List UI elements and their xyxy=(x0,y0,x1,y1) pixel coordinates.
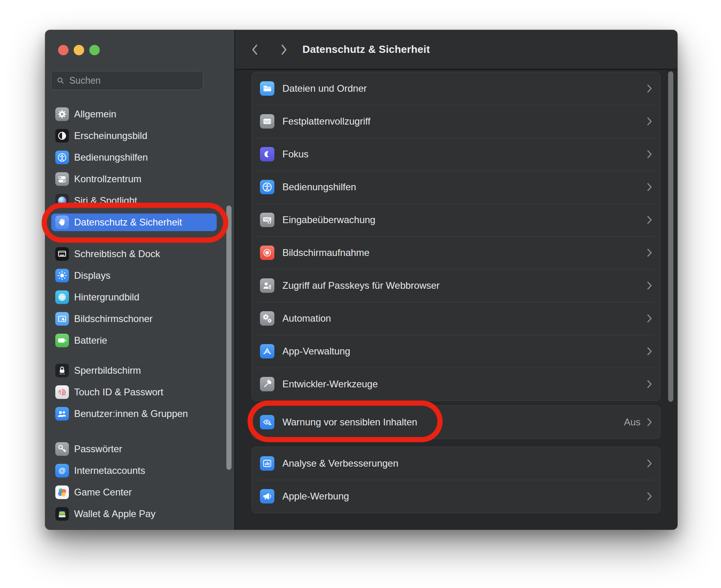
chevron-right-icon xyxy=(647,248,652,257)
sidebar-item-label: Siri & Spotlight xyxy=(74,195,137,206)
sidebar-item-label: Batterie xyxy=(74,335,107,346)
sidebar-item-label: Kontrollzentrum xyxy=(74,173,141,185)
chevron-right-icon xyxy=(647,117,652,126)
sidebar-item-internetaccounts[interactable]: @Internetaccounts xyxy=(51,462,217,479)
sidebar-item-label: Bedienungshilfen xyxy=(74,152,148,163)
row-label: Entwickler-Werkzeuge xyxy=(282,379,378,390)
sidebar-group-gap xyxy=(51,235,217,245)
analytics-icon xyxy=(260,456,274,471)
row-app-verwaltung[interactable]: App-Verwaltung xyxy=(252,335,660,368)
settings-content: Dateien und OrdnerFestplattenvollzugriff… xyxy=(235,30,677,530)
hand-icon xyxy=(55,215,69,229)
row-entwickler-werkzeuge[interactable]: Entwickler-Werkzeuge xyxy=(252,368,660,401)
sidebar-item-game-center[interactable]: Game Center xyxy=(51,483,217,501)
sidebar-item-wallet-apple-pay[interactable]: Wallet & Apple Pay xyxy=(51,505,217,523)
sidebar-scrollbar[interactable] xyxy=(226,205,232,470)
chevron-right-icon xyxy=(647,314,652,323)
screenshot-canvas: AllgemeinErscheinungsbildBedienungshilfe… xyxy=(0,0,721,588)
sidebar-list: AllgemeinErscheinungsbildBedienungshilfe… xyxy=(51,105,217,527)
sidebar-item-batterie[interactable]: Batterie xyxy=(51,332,217,349)
forward-button[interactable] xyxy=(279,42,289,57)
row-label: Fokus xyxy=(282,149,308,160)
chevron-right-icon xyxy=(280,43,288,56)
sidebar-item-bildschirmschoner[interactable]: Bildschirmschoner xyxy=(51,310,217,328)
sidebar-item-siri-spotlight[interactable]: Siri & Spotlight xyxy=(51,192,217,209)
key-icon xyxy=(55,442,69,456)
sidebar-item-label: Internetaccounts xyxy=(74,465,145,476)
sidebar-item-touch-id-passwort[interactable]: Touch ID & Passwort xyxy=(51,383,217,401)
minimize-button[interactable] xyxy=(74,45,84,55)
sidebar-group-gap xyxy=(51,427,217,440)
settings-group-card: Warnung vor sensiblen InhaltenAus xyxy=(252,405,661,439)
screensaver-icon xyxy=(55,312,69,326)
eye-alert-icon xyxy=(260,415,274,429)
search-input[interactable] xyxy=(68,75,198,87)
hammer-icon xyxy=(260,377,274,391)
row-analyse-verbesserungen[interactable]: Analyse & Verbesserungen xyxy=(252,447,660,480)
sidebar-item-label: Game Center xyxy=(74,487,132,498)
row-label: Festplattenvollzugriff xyxy=(282,116,371,127)
sidebar-item-displays[interactable]: Displays xyxy=(51,267,217,284)
row-zugriff-auf-passkeys-fuer-webbrowser[interactable]: Zugriff auf Passkeys für Webbrowser xyxy=(252,269,660,302)
person-key-icon xyxy=(260,278,274,293)
desktop-dock-icon xyxy=(55,247,69,261)
row-festplattenvollzugriff[interactable]: Festplattenvollzugriff xyxy=(252,105,660,138)
row-label: Dateien und Ordner xyxy=(282,83,367,94)
row-bedienungshilfen[interactable]: Bedienungshilfen xyxy=(252,171,660,203)
row-warnung-vor-sensiblen-inhalten[interactable]: Warnung vor sensiblen InhaltenAus xyxy=(252,406,660,439)
sidebar-item-label: Hintergrundbild xyxy=(74,292,139,303)
chevron-right-icon xyxy=(647,281,652,290)
toggles-icon xyxy=(55,172,69,186)
main-scrollbar[interactable] xyxy=(668,71,673,402)
row-label: Bildschirmaufnahme xyxy=(282,247,369,258)
zoom-button[interactable] xyxy=(89,45,100,55)
back-button[interactable] xyxy=(250,42,260,57)
sidebar-item-label: Sperrbildschirm xyxy=(74,365,141,376)
search-field[interactable] xyxy=(51,71,203,90)
gamecenter-icon xyxy=(55,485,69,499)
gear-icon xyxy=(55,107,69,121)
chevron-right-icon xyxy=(647,459,652,468)
sidebar-item-benutzer-innen-gruppen[interactable]: Benutzer:innen & Gruppen xyxy=(51,405,217,423)
sidebar-item-erscheinungsbild[interactable]: Erscheinungsbild xyxy=(51,127,217,145)
main-panel: Dateien und OrdnerFestplattenvollzugriff… xyxy=(235,30,677,530)
close-button[interactable] xyxy=(58,45,68,55)
sidebar-item-sperrbildschirm[interactable]: Sperrbildschirm xyxy=(51,362,217,379)
row-bildschirmaufnahme[interactable]: Bildschirmaufnahme xyxy=(252,236,660,269)
sidebar-item-schreibtisch-dock[interactable]: Schreibtisch & Dock xyxy=(51,245,217,263)
sidebar-item-hintergrundbild[interactable]: Hintergrundbild xyxy=(51,288,217,306)
appstore-icon xyxy=(260,344,274,358)
sidebar-item-bedienungshilfen[interactable]: Bedienungshilfen xyxy=(51,149,217,166)
row-fokus[interactable]: Fokus xyxy=(252,138,660,171)
wallet-icon xyxy=(55,507,69,521)
traffic-lights xyxy=(58,45,100,55)
row-label: Analyse & Verbesserungen xyxy=(282,458,399,469)
sidebar-item-passwoerter[interactable]: Passwörter xyxy=(51,440,217,458)
accessibility-icon xyxy=(55,151,69,164)
sidebar-item-kontrollzentrum[interactable]: Kontrollzentrum xyxy=(51,170,217,188)
row-dateien-und-ordner[interactable]: Dateien und Ordner xyxy=(252,72,660,105)
sidebar-item-datenschutz-sicherheit[interactable]: Datenschutz & Sicherheit xyxy=(51,213,217,231)
row-label: Warnung vor sensiblen Inhalten xyxy=(282,417,417,428)
sidebar-item-label: Allgemein xyxy=(74,109,116,120)
fingerprint-icon xyxy=(55,385,69,399)
row-label: Eingabeüberwachung xyxy=(282,214,375,226)
record-icon xyxy=(260,246,274,260)
system-settings-window: AllgemeinErscheinungsbildBedienungshilfe… xyxy=(45,30,677,530)
accessibility-icon xyxy=(260,180,274,194)
row-label: Bedienungshilfen xyxy=(282,181,356,193)
at-icon: @ xyxy=(55,464,69,477)
sidebar-item-allgemein[interactable]: Allgemein xyxy=(51,105,217,123)
sun-icon xyxy=(55,269,69,282)
row-label: Zugriff auf Passkeys für Webbrowser xyxy=(282,280,440,291)
battery-icon xyxy=(55,334,69,347)
chevron-right-icon xyxy=(647,215,652,224)
settings-group-card: Dateien und OrdnerFestplattenvollzugriff… xyxy=(252,72,661,401)
row-automation[interactable]: Automation xyxy=(252,302,660,335)
row-apple-werbung[interactable]: Apple-Werbung xyxy=(252,480,660,513)
row-eingabeueberwachung[interactable]: Eingabeüberwachung xyxy=(252,203,660,236)
users-icon xyxy=(55,407,69,421)
megaphone-icon xyxy=(260,489,274,503)
sidebar-item-label: Datenschutz & Sicherheit xyxy=(74,217,182,228)
sidebar-item-label: Benutzer:innen & Gruppen xyxy=(74,408,188,419)
